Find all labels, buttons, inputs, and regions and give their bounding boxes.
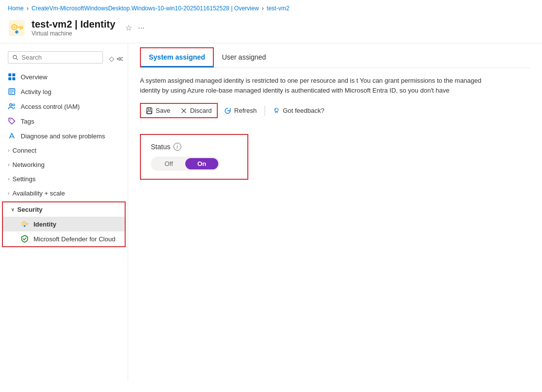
status-section: Status i Off On	[140, 134, 248, 180]
discard-icon	[180, 107, 187, 114]
svg-point-17	[10, 104, 12, 106]
page-title-block: test-vm2 | Identity Virtual machine	[32, 19, 115, 37]
svg-point-2	[13, 26, 15, 28]
identity-label: Identity	[34, 221, 56, 228]
breadcrumb-vm[interactable]: test-vm2	[267, 5, 289, 12]
svg-point-18	[13, 104, 15, 106]
sidebar-item-defender[interactable]: Microsoft Defender for Cloud	[3, 231, 125, 246]
settings-chevron: ›	[8, 176, 9, 182]
identity-icon	[21, 220, 29, 228]
search-diamond-button[interactable]: ◇	[109, 55, 114, 63]
layout: ◇ ≪ Overview Activity log Access control…	[0, 43, 542, 381]
save-button[interactable]: Save	[141, 104, 175, 117]
svg-rect-12	[12, 77, 15, 80]
svg-point-7	[13, 55, 17, 59]
sidebar-item-overview[interactable]: Overview	[0, 69, 128, 84]
sidebar-item-access-control[interactable]: Access control (IAM)	[0, 99, 128, 114]
sidebar-item-connect[interactable]: › Connect	[0, 143, 128, 158]
diagnose-label: Diagnose and solve problems	[21, 132, 105, 140]
sidebar-item-security[interactable]: ∨ Security	[3, 202, 125, 217]
favorite-button[interactable]: ☆	[125, 23, 132, 33]
svg-point-31	[274, 108, 278, 111]
main-content: System assigned User assigned A system a…	[128, 43, 542, 381]
tab-user-assigned[interactable]: User assigned	[214, 47, 274, 68]
svg-point-19	[10, 120, 11, 121]
discard-button[interactable]: Discard	[175, 104, 217, 117]
svg-rect-27	[148, 107, 150, 109]
connect-label: Connect	[12, 147, 36, 154]
sidebar-collapse-button[interactable]: ≪	[116, 55, 124, 63]
sidebar-item-networking[interactable]: › Networking	[0, 158, 128, 172]
page-title: test-vm2 | Identity	[32, 19, 115, 30]
breadcrumb-sep2: ›	[262, 5, 264, 12]
search-input[interactable]	[22, 54, 99, 61]
settings-label: Settings	[12, 175, 35, 183]
security-chevron: ∨	[11, 207, 14, 212]
overview-icon	[8, 73, 16, 81]
feedback-label: Got feedback?	[283, 107, 325, 114]
search-icon	[12, 54, 19, 61]
svg-rect-28	[147, 111, 152, 113]
defender-icon	[21, 235, 29, 243]
access-control-icon	[8, 102, 16, 110]
availability-chevron: ›	[8, 191, 9, 196]
save-label: Save	[156, 107, 170, 114]
tags-icon	[8, 117, 16, 125]
save-icon	[146, 107, 153, 114]
networking-label: Networking	[12, 161, 44, 168]
sidebar-item-diagnose[interactable]: Diagnose and solve problems	[0, 129, 128, 143]
feedback-button[interactable]: Got feedback?	[268, 104, 330, 117]
defender-label: Microsoft Defender for Cloud	[34, 235, 115, 243]
toolbar-highlight: Save Discard	[140, 103, 218, 118]
header-actions: ☆ ···	[125, 23, 144, 33]
sidebar-item-settings[interactable]: › Settings	[0, 172, 128, 186]
svg-line-8	[16, 58, 18, 60]
breadcrumb-resource-group[interactable]: CreateVm-MicrosoftWindowsDesktop.Windows…	[32, 5, 259, 12]
refresh-label: Refresh	[234, 107, 257, 114]
sidebar-item-identity[interactable]: Identity	[3, 217, 125, 231]
breadcrumb-sep1: ›	[27, 5, 29, 12]
feedback-icon	[273, 107, 280, 114]
availability-label: Availability + scale	[12, 190, 65, 197]
sidebar-item-availability[interactable]: › Availability + scale	[0, 186, 128, 200]
page-header: test-vm2 | Identity Virtual machine ☆ ··…	[0, 15, 542, 43]
status-info-icon[interactable]: i	[173, 143, 181, 151]
tags-label: Tags	[21, 118, 34, 125]
sidebar-item-activity-log[interactable]: Activity log	[0, 84, 128, 99]
tabs-container: System assigned User assigned	[140, 47, 530, 68]
tab-system-assigned[interactable]: System assigned	[141, 48, 213, 67]
toolbar-separator	[265, 106, 265, 116]
tabs: System assigned User assigned	[140, 47, 530, 68]
sidebar-item-tags[interactable]: Tags	[0, 114, 128, 129]
connect-chevron: ›	[8, 148, 9, 153]
refresh-icon	[224, 107, 231, 114]
svg-rect-9	[8, 73, 11, 76]
security-label: Security	[17, 206, 42, 213]
toggle-on[interactable]: On	[185, 158, 218, 169]
description-text: A system assigned managed identity is re…	[140, 76, 495, 95]
page-icon	[8, 19, 26, 37]
page-subtitle: Virtual machine	[32, 30, 115, 37]
svg-rect-26	[147, 107, 152, 113]
breadcrumb: Home › CreateVm-MicrosoftWindowsDesktop.…	[0, 0, 542, 15]
sidebar: ◇ ≪ Overview Activity log Access control…	[0, 43, 128, 381]
discard-label: Discard	[190, 107, 212, 114]
svg-rect-10	[12, 73, 15, 76]
svg-point-32	[275, 109, 276, 110]
activity-log-icon	[8, 88, 16, 96]
activity-log-label: Activity log	[21, 88, 51, 96]
status-toggle[interactable]: Off On	[151, 157, 220, 171]
access-control-label: Access control (IAM)	[21, 103, 80, 110]
status-text: Status	[151, 143, 170, 151]
search-box[interactable]	[8, 51, 103, 64]
svg-rect-11	[8, 77, 11, 80]
status-label-row: Status i	[151, 143, 237, 151]
networking-chevron: ›	[8, 162, 9, 167]
more-button[interactable]: ···	[138, 24, 144, 33]
toggle-off[interactable]: Off	[152, 158, 185, 169]
breadcrumb-home[interactable]: Home	[8, 5, 24, 12]
diagnose-icon	[8, 132, 16, 140]
refresh-button[interactable]: Refresh	[219, 104, 262, 117]
svg-point-22	[24, 223, 25, 225]
overview-label: Overview	[21, 73, 47, 81]
